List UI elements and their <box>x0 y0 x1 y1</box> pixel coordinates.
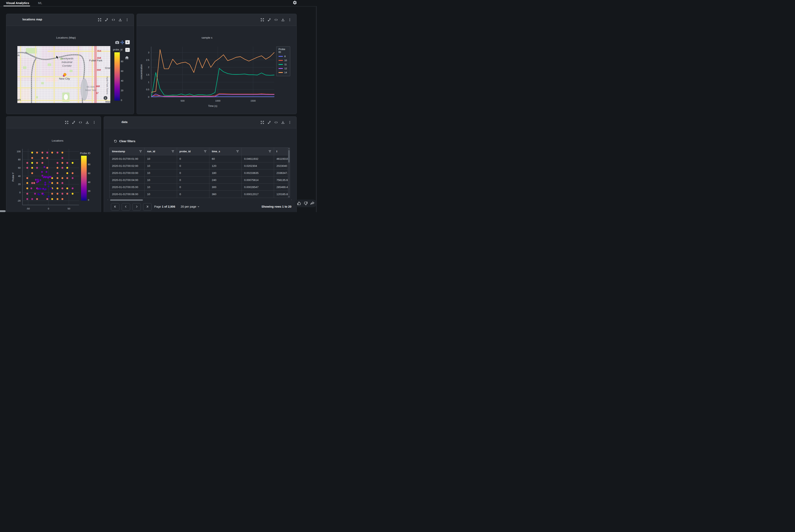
scatter-point[interactable] <box>33 182 35 184</box>
scatter-point[interactable] <box>51 177 53 179</box>
scatter-point[interactable] <box>46 152 48 153</box>
scatter-point[interactable] <box>57 198 58 200</box>
scatter-point[interactable] <box>38 194 40 195</box>
filter-funnel-icon[interactable] <box>269 150 272 153</box>
scatter-point[interactable] <box>31 157 33 159</box>
home-reset-icon[interactable] <box>125 56 129 60</box>
scatter-point[interactable] <box>41 171 43 173</box>
scatter-point[interactable] <box>41 175 43 176</box>
tab-visual-analytics[interactable]: Visual Analytics <box>6 0 29 6</box>
scatter-point[interactable] <box>46 157 48 159</box>
scatter-point[interactable] <box>72 193 74 195</box>
filter-funnel-icon[interactable] <box>171 150 174 153</box>
scatter-point[interactable] <box>31 152 33 153</box>
scatter-point[interactable] <box>51 198 53 200</box>
scatter-point[interactable] <box>26 187 28 189</box>
scatter-point[interactable] <box>40 188 42 190</box>
map-canvas[interactable]: StockyardsIndustrialCorridorFuller ParkG… <box>17 46 110 103</box>
scatter-point[interactable] <box>61 157 63 159</box>
scatter-point[interactable] <box>43 194 44 195</box>
series-14[interactable] <box>151 50 274 92</box>
scatter-point[interactable] <box>36 167 38 169</box>
page-scrollbar[interactable] <box>316 7 317 212</box>
settings-gear-icon[interactable] <box>293 0 297 5</box>
scatter-point[interactable] <box>51 182 53 184</box>
scatter-point[interactable] <box>45 188 47 190</box>
scatter-point[interactable] <box>26 167 28 169</box>
scatter-point[interactable] <box>31 172 33 174</box>
scatter-point[interactable] <box>57 152 58 153</box>
scatter-point[interactable] <box>26 198 28 200</box>
scatter-point[interactable] <box>43 166 45 168</box>
scatter-point[interactable] <box>66 187 68 189</box>
scatter-point[interactable] <box>31 167 33 169</box>
scatter-point[interactable] <box>72 172 74 174</box>
scatter-point[interactable] <box>43 176 44 178</box>
map-info-button[interactable]: i <box>104 96 108 100</box>
scatter-point[interactable] <box>35 179 37 180</box>
filter-funnel-icon[interactable] <box>139 150 142 153</box>
thumbs-down-icon[interactable] <box>303 201 308 206</box>
scatter-point[interactable] <box>36 198 38 200</box>
scatter-point[interactable] <box>72 177 74 179</box>
scatter-point[interactable] <box>42 188 44 190</box>
table-row[interactable]: 2020-01-01T00:03:001001800.0023363523363… <box>110 169 290 176</box>
scatter-point[interactable] <box>39 179 41 181</box>
code-icon[interactable] <box>111 17 116 22</box>
scatter-point[interactable] <box>34 193 36 195</box>
table-row[interactable]: 2020-01-01T00:01:00100600.04611932461193… <box>110 155 290 163</box>
legend-item-10[interactable]: 10 <box>278 58 288 62</box>
scatter-point[interactable] <box>46 167 48 169</box>
legend-item-14[interactable]: 14 <box>278 71 288 75</box>
scatter-point[interactable] <box>57 193 58 195</box>
scatter-point[interactable] <box>72 187 74 189</box>
scatter-point[interactable] <box>41 152 43 153</box>
table-row[interactable]: 2020-01-01T00:04:001002400.0007561475613… <box>110 176 290 184</box>
code-icon[interactable] <box>274 120 279 125</box>
line-chart[interactable]: 00.511.522.5350010001500Time (s)concentr… <box>137 14 297 114</box>
scatter-point[interactable] <box>31 182 33 184</box>
scatter-point[interactable] <box>66 167 68 169</box>
scatter-point[interactable] <box>51 152 53 153</box>
scatter-point[interactable] <box>61 162 63 164</box>
scatter-point[interactable] <box>31 162 33 164</box>
scatter-point[interactable] <box>36 162 38 164</box>
expand-icon[interactable] <box>97 17 102 22</box>
scatter-point[interactable] <box>48 196 49 197</box>
legend-item-11[interactable]: 11 <box>278 62 288 66</box>
scatter-point[interactable] <box>61 167 63 169</box>
scatter-point[interactable] <box>26 162 28 164</box>
scatter-point[interactable] <box>57 182 58 184</box>
pan-tool-icon[interactable] <box>120 40 125 44</box>
last-page-button[interactable] <box>143 203 151 211</box>
next-page-button[interactable] <box>132 203 141 211</box>
scatter-point[interactable] <box>49 182 51 183</box>
scatter-point[interactable] <box>44 182 46 184</box>
scatter-point[interactable] <box>51 188 52 190</box>
series-10[interactable] <box>151 94 274 96</box>
kebab-icon[interactable] <box>288 120 292 125</box>
table-row[interactable]: 2020-01-01T00:06:001003600.0001201712016… <box>110 191 290 198</box>
kebab-icon[interactable] <box>125 17 130 22</box>
scatter-point[interactable] <box>61 193 63 195</box>
scatter-point[interactable] <box>61 177 63 179</box>
legend-item-8[interactable]: 8 <box>278 54 288 58</box>
scatter-point[interactable] <box>57 172 58 174</box>
thumbs-up-icon[interactable] <box>297 201 301 206</box>
filter-funnel-icon[interactable] <box>236 150 239 153</box>
scatter-point[interactable] <box>36 182 38 183</box>
scatter-point[interactable] <box>26 193 28 195</box>
scatter-point[interactable] <box>31 198 33 200</box>
scatter-point[interactable] <box>26 177 28 179</box>
scatter-point[interactable] <box>57 162 58 164</box>
scatter-point[interactable] <box>48 185 49 187</box>
series-11[interactable] <box>151 69 274 96</box>
fork-icon[interactable] <box>104 17 109 22</box>
scatter-point[interactable] <box>61 198 63 200</box>
scatter-point[interactable] <box>72 162 74 164</box>
clear-filters-button[interactable]: Clear filters <box>113 139 136 143</box>
scatter-point[interactable] <box>44 184 46 186</box>
scatter-point[interactable] <box>57 167 58 169</box>
table-horizontal-scrollbar[interactable]: ‹ › <box>109 199 290 201</box>
scatter-point[interactable] <box>41 162 43 164</box>
